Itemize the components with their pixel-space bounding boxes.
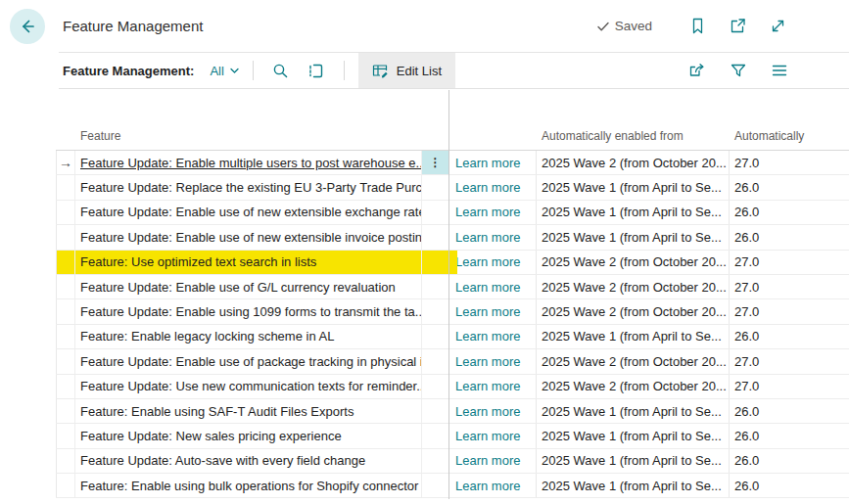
row-options-cell[interactable]: ⋮ [422, 275, 449, 298]
feature-cell[interactable]: Feature Update: Use new communication te… [75, 375, 422, 398]
enabled-version-cell[interactable]: 27.0 [730, 299, 849, 323]
enabled-from-cell[interactable]: 2025 Wave 1 (from April to Se... [537, 201, 730, 224]
enabled-version-cell[interactable]: 26.0 [730, 225, 849, 249]
column-header-enabled-version[interactable]: Automatically [730, 129, 849, 143]
enabled-version-cell[interactable]: 26.0 [730, 325, 849, 348]
share-icon[interactable] [688, 62, 706, 79]
feature-cell[interactable]: Feature Update: Enable use of new extens… [75, 201, 422, 224]
row-selector-cell[interactable]: → [56, 225, 75, 249]
show-list-icon[interactable] [771, 62, 788, 79]
edit-list-button[interactable]: Edit List [358, 53, 455, 88]
row-options-cell[interactable]: ⋮ [422, 424, 449, 447]
row-selector-cell[interactable]: → [56, 251, 75, 274]
column-header-enabled-from[interactable]: Automatically enabled from [537, 129, 730, 143]
feature-cell[interactable]: Feature: Enable using bulk operations fo… [75, 474, 422, 497]
enabled-from-cell[interactable]: 2025 Wave 1 (from April to Se... [537, 225, 730, 249]
learn-more-link[interactable]: Learn more [455, 429, 520, 443]
row-options-cell[interactable]: ⋮ [422, 449, 449, 473]
table-row[interactable]: → Feature Update: Enable multiple users … [56, 151, 849, 175]
table-row[interactable]: → Feature: Use optimized text search in … [56, 251, 849, 275]
row-options-cell[interactable]: ⋮ [422, 474, 449, 497]
row-options-cell[interactable]: ⋮ [422, 299, 449, 323]
enabled-from-cell[interactable]: 2025 Wave 1 (from April to Se... [537, 449, 730, 473]
enabled-version-cell[interactable]: 26.0 [730, 449, 849, 473]
row-selector-cell[interactable]: → [56, 325, 75, 348]
feature-cell[interactable]: Feature Update: Enable use of package tr… [75, 349, 422, 373]
enabled-version-cell[interactable]: 26.0 [730, 424, 849, 447]
enabled-from-cell[interactable]: 2025 Wave 2 (from October 20... [537, 151, 730, 174]
row-selector-cell[interactable]: → [56, 474, 75, 497]
table-row[interactable]: → Feature Update: Enable use of new exte… [56, 201, 849, 225]
learn-more-link[interactable]: Learn more [455, 329, 520, 344]
learn-more-link[interactable]: Learn more [455, 254, 520, 269]
row-options-cell[interactable]: ⋮ [422, 325, 449, 348]
row-selector-cell[interactable]: → [56, 175, 75, 199]
enabled-version-cell[interactable]: 27.0 [730, 251, 849, 274]
filter-icon[interactable] [730, 62, 747, 79]
feature-cell[interactable]: Feature Update: New sales pricing experi… [75, 424, 422, 447]
table-row[interactable]: → Feature Update: Use new communication … [56, 375, 849, 399]
view-filter-dropdown[interactable]: All [210, 64, 239, 78]
enabled-version-cell[interactable]: 26.0 [730, 399, 849, 423]
enabled-from-cell[interactable]: 2025 Wave 2 (from October 20... [537, 275, 730, 298]
learn-more-link[interactable]: Learn more [455, 230, 520, 245]
row-selector-cell[interactable]: → [56, 275, 75, 298]
enabled-from-cell[interactable]: 2025 Wave 2 (from October 20... [537, 375, 730, 398]
bookmark-icon[interactable] [689, 18, 706, 34]
analyze-icon[interactable] [302, 56, 331, 85]
row-options-cell[interactable]: ⋮ [422, 349, 449, 373]
row-options-cell[interactable]: ⋮ [422, 225, 449, 249]
learn-more-link[interactable]: Learn more [455, 180, 520, 195]
table-row[interactable]: → Feature Update: Enable use of new exte… [56, 225, 849, 250]
row-options-cell[interactable]: ⋮ [422, 201, 449, 224]
row-selector-cell[interactable]: → [56, 375, 75, 398]
learn-more-link[interactable]: Learn more [455, 304, 520, 319]
feature-cell[interactable]: Feature Update: Enable use of new extens… [75, 225, 422, 249]
enabled-from-cell[interactable]: 2025 Wave 1 (from April to Se... [537, 474, 730, 497]
feature-cell[interactable]: Feature: Enable using SAF-T Audit Files … [75, 399, 422, 423]
enabled-from-cell[interactable]: 2025 Wave 1 (from April to Se... [537, 175, 730, 199]
search-icon[interactable] [266, 56, 296, 85]
table-row[interactable]: → Feature Update: Replace the existing E… [56, 175, 849, 200]
back-button[interactable] [10, 9, 45, 44]
enabled-from-cell[interactable]: 2025 Wave 2 (from October 20... [537, 299, 730, 323]
enabled-from-cell[interactable]: 2025 Wave 2 (from October 20... [537, 251, 730, 274]
enabled-from-cell[interactable]: 2025 Wave 1 (from April to Se... [537, 424, 730, 447]
table-row[interactable]: → Feature Update: New sales pricing expe… [56, 424, 849, 448]
table-row[interactable]: → Feature Update: Enable using 1099 form… [56, 299, 849, 324]
table-row[interactable]: → Feature Update: Auto-save with every f… [56, 449, 849, 474]
table-row[interactable]: → Feature Update: Enable use of package … [56, 349, 849, 374]
column-header-feature[interactable]: Feature [75, 129, 422, 143]
enabled-version-cell[interactable]: 27.0 [730, 275, 849, 298]
enabled-version-cell[interactable]: 27.0 [730, 151, 849, 174]
learn-more-link[interactable]: Learn more [455, 205, 520, 219]
table-row[interactable]: → Feature Update: Enable use of G/L curr… [56, 275, 849, 299]
row-selector-cell[interactable]: → [56, 449, 75, 473]
learn-more-link[interactable]: Learn more [455, 479, 520, 493]
enabled-from-cell[interactable]: 2025 Wave 1 (from April to Se... [537, 325, 730, 348]
row-options-cell[interactable]: ⋮ [422, 175, 449, 199]
learn-more-link[interactable]: Learn more [455, 280, 520, 295]
row-selector-cell[interactable]: → [56, 299, 75, 323]
table-row[interactable]: → Feature: Enable using SAF-T Audit File… [56, 399, 849, 424]
row-selector-cell[interactable]: → [56, 424, 75, 447]
enabled-version-cell[interactable]: 27.0 [730, 349, 849, 373]
row-selector-cell[interactable]: → [56, 151, 75, 174]
feature-cell[interactable]: Feature Update: Replace the existing EU … [75, 175, 422, 199]
row-options-cell[interactable]: ⋮ [422, 399, 449, 423]
learn-more-link[interactable]: Learn more [455, 404, 520, 419]
row-selector-cell[interactable]: → [56, 349, 75, 373]
enabled-from-cell[interactable]: 2025 Wave 1 (from April to Se... [537, 399, 730, 423]
table-row[interactable]: → Feature: Enable using bulk operations … [56, 474, 849, 498]
learn-more-link[interactable]: Learn more [455, 379, 520, 393]
feature-cell[interactable]: Feature Update: Enable multiple users to… [75, 151, 422, 174]
enabled-version-cell[interactable]: 26.0 [730, 175, 849, 199]
row-options-cell[interactable]: ⋮ [422, 375, 449, 398]
feature-cell[interactable]: Feature Update: Enable using 1099 forms … [75, 299, 422, 323]
feature-cell[interactable]: Feature Update: Enable use of G/L curren… [75, 275, 422, 298]
table-row[interactable]: → Feature: Enable legacy locking scheme … [56, 325, 849, 349]
enabled-version-cell[interactable]: 26.0 [730, 474, 849, 497]
enabled-version-cell[interactable]: 27.0 [730, 375, 849, 398]
open-in-new-window-icon[interactable] [730, 18, 746, 34]
enabled-version-cell[interactable]: 26.0 [730, 201, 849, 224]
